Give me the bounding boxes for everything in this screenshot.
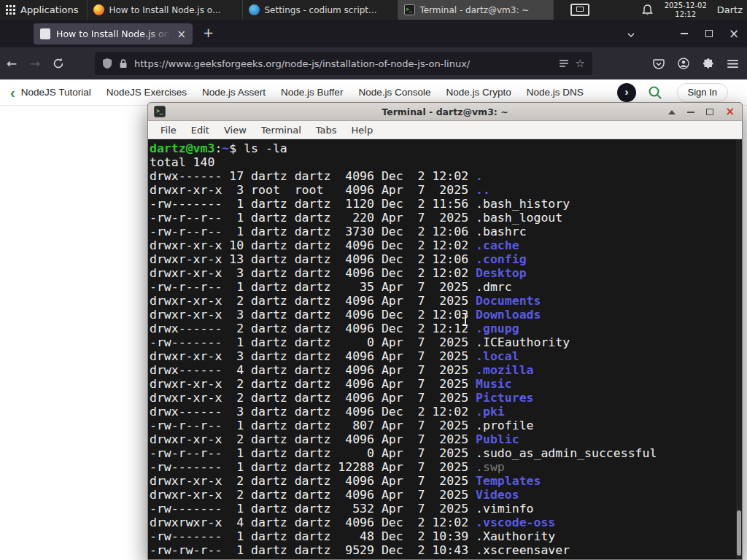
terminal-shade-button[interactable] bbox=[668, 110, 676, 114]
list-all-tabs-icon[interactable] bbox=[626, 29, 636, 43]
bookmark-star-icon[interactable]: ☆ bbox=[576, 57, 585, 70]
file-row: -rw------- 1 dartz dartz 532 Apr 7 2025 … bbox=[150, 502, 742, 516]
account-icon[interactable] bbox=[678, 58, 689, 69]
file-row: drwx------ 4 dartz dartz 4096 Apr 7 2025… bbox=[150, 363, 742, 377]
file-row: drwxr-xr-x 2 dartz dartz 4096 Apr 7 2025… bbox=[150, 474, 742, 488]
applications-grid-icon bbox=[6, 5, 15, 15]
terminal-output[interactable]: dartz@vm3:~$ ls -la total 140 drwx------… bbox=[148, 139, 742, 559]
clock-time: 12:12 bbox=[665, 10, 707, 19]
url-bar[interactable]: https://www.geeksforgeeks.org/node-js/in… bbox=[95, 52, 592, 75]
taskbar-button[interactable]: How to Install Node.js o... bbox=[88, 0, 243, 20]
site-nav-link[interactable]: Node.js Console bbox=[358, 87, 430, 98]
nav-scroll-right-button[interactable]: › bbox=[617, 83, 636, 102]
terminal-minimize-button[interactable] bbox=[687, 112, 694, 113]
lock-icon[interactable] bbox=[119, 58, 128, 69]
clock-date: 2025-12-02 bbox=[665, 1, 707, 10]
site-nav-link[interactable]: NodeJS Tutorial bbox=[21, 87, 91, 98]
nav-scroll-left-icon[interactable]: ‹ bbox=[10, 85, 15, 100]
forward-button[interactable]: → bbox=[23, 56, 47, 71]
file-meta: drwxrwxr-x 4 dartz dartz 4096 Dec 2 12:0… bbox=[150, 516, 476, 529]
taskbar-button[interactable]: Terminal - dartz@vm3: ~ bbox=[398, 0, 554, 20]
file-meta: drwxr-xr-x 3 dartz dartz 4096 Dec 2 12:0… bbox=[150, 266, 476, 280]
browser-tab[interactable]: How to Install Node.js on... × bbox=[34, 23, 193, 44]
terminal-menu-item[interactable]: Edit bbox=[184, 125, 217, 136]
terminal-prompt-line: dartz@vm3:~$ ls -la bbox=[150, 141, 742, 155]
terminal-close-button[interactable]: × bbox=[725, 106, 735, 117]
scrollbar-thumb[interactable] bbox=[737, 510, 741, 556]
new-tab-button[interactable]: + bbox=[203, 25, 214, 40]
tab-title: How to Install Node.js on... bbox=[56, 28, 171, 39]
file-name: .xscreensaver bbox=[476, 543, 570, 557]
file-name: .cache bbox=[476, 238, 519, 252]
file-name: .bashrc bbox=[476, 225, 527, 238]
terminal-maximize-button[interactable] bbox=[706, 109, 713, 115]
terminal-menu-item[interactable]: Help bbox=[344, 125, 381, 136]
file-meta: -rw-r--r-- 1 dartz dartz 220 Apr 7 2025 bbox=[150, 211, 476, 225]
file-meta: -rw------- 1 dartz dartz 0 Apr 7 2025 bbox=[150, 335, 476, 349]
window-maximize-button[interactable] bbox=[699, 20, 719, 47]
file-name: Pictures bbox=[476, 391, 533, 405]
site-nav-link[interactable]: Node.js DNS bbox=[527, 87, 584, 98]
command-text: $ ls -la bbox=[229, 141, 287, 155]
terminal-menu-item[interactable]: File bbox=[153, 125, 184, 136]
file-row: drwxr-xr-x 2 dartz dartz 4096 Apr 7 2025… bbox=[150, 391, 742, 405]
terminal-window: >_ Terminal - dartz@vm3: ~ × FileEditVie… bbox=[147, 102, 743, 560]
panel-clock[interactable]: 2025-12-02 12:12 bbox=[665, 1, 707, 19]
taskbar-button[interactable]: Settings - codium script... bbox=[243, 0, 398, 20]
menu-hamburger-icon[interactable] bbox=[727, 59, 738, 69]
notification-bell-icon[interactable] bbox=[642, 4, 653, 16]
file-meta: -rw-rw-r-- 1 dartz dartz 9529 Dec 2 10:4… bbox=[150, 543, 476, 557]
file-row: drwxr-xr-x 3 dartz dartz 4096 Dec 2 12:0… bbox=[150, 266, 742, 280]
url-text[interactable]: https://www.geeksforgeeks.org/node-js/in… bbox=[134, 58, 552, 69]
file-row: drwxr-xr-x 3 dartz dartz 4096 Dec 2 12:0… bbox=[150, 308, 742, 322]
site-nav-link[interactable]: NodeJS Exercises bbox=[107, 87, 187, 98]
taskbar-window-title: How to Install Node.js o... bbox=[109, 5, 220, 15]
file-name: .viminfo bbox=[476, 502, 533, 516]
file-row: drwxrwxr-x 4 dartz dartz 4096 Dec 2 12:0… bbox=[150, 516, 742, 529]
file-row: drwx------ 3 dartz dartz 4096 Dec 2 12:0… bbox=[150, 405, 742, 419]
applications-menu-button[interactable]: Applications bbox=[0, 0, 87, 20]
sign-in-button[interactable]: Sign In bbox=[677, 83, 728, 102]
desktop: Applications How to Install Node.js o...… bbox=[0, 0, 747, 560]
window-close-button[interactable]: × bbox=[724, 20, 744, 47]
file-name: Documents bbox=[476, 294, 541, 308]
toolbar-right-icons bbox=[653, 58, 738, 69]
workspace-pager-icon[interactable] bbox=[570, 4, 589, 16]
file-name: Videos bbox=[476, 488, 519, 502]
site-nav-link[interactable]: Node.js Buffer bbox=[281, 87, 343, 98]
file-meta: -rw------- 1 dartz dartz 1120 Dec 2 11:5… bbox=[150, 197, 476, 211]
taskbar-window-title: Terminal - dartz@vm3: ~ bbox=[419, 5, 529, 15]
terminal-scrollbar[interactable] bbox=[736, 139, 742, 559]
reload-button[interactable] bbox=[47, 58, 70, 69]
file-name: .dmrc bbox=[476, 280, 512, 294]
terminal-menu-item[interactable]: Tabs bbox=[309, 125, 344, 136]
user-menu[interactable]: Dartz bbox=[717, 4, 743, 15]
file-meta: -rw------- 1 dartz dartz 12288 Apr 7 202… bbox=[150, 460, 476, 474]
tracking-shield-icon[interactable] bbox=[102, 58, 112, 69]
pocket-icon[interactable] bbox=[653, 58, 665, 69]
file-row: -rw-r--r-- 1 dartz dartz 0 Apr 7 2025 .s… bbox=[150, 446, 742, 460]
window-minimize-button[interactable] bbox=[674, 20, 694, 47]
taskbar-window-title: Settings - codium script... bbox=[264, 5, 376, 15]
site-nav-link[interactable]: Node.js Assert bbox=[202, 87, 266, 98]
tab-bar: How to Install Node.js on... × + × bbox=[0, 20, 747, 47]
file-name: .gnupg bbox=[476, 322, 519, 335]
file-name: .ICEauthority bbox=[476, 335, 570, 349]
navigation-toolbar: ← → https://www.geeksforgeeks.org/node-j… bbox=[0, 47, 747, 79]
panel-right-area: 2025-12-02 12:12 Dartz bbox=[570, 0, 747, 20]
terminal-menu-item[interactable]: Terminal bbox=[254, 125, 309, 136]
back-button[interactable]: ← bbox=[0, 56, 23, 71]
site-nav-link[interactable]: Node.js Crypto bbox=[446, 87, 511, 98]
site-nav-links: NodeJS TutorialNodeJS ExercisesNode.js A… bbox=[21, 87, 599, 98]
file-name: .bash_logout bbox=[476, 211, 562, 225]
file-meta: -rw-r--r-- 1 dartz dartz 0 Apr 7 2025 bbox=[150, 446, 476, 460]
file-name: .swp bbox=[476, 460, 505, 474]
extensions-puzzle-icon[interactable] bbox=[703, 58, 714, 69]
file-meta: drwxr-xr-x 2 dartz dartz 4096 Apr 7 2025 bbox=[150, 391, 476, 405]
search-icon[interactable] bbox=[648, 85, 662, 103]
terminal-titlebar[interactable]: >_ Terminal - dartz@vm3: ~ × bbox=[148, 103, 742, 121]
terminal-menu-item[interactable]: View bbox=[217, 125, 254, 136]
reader-view-icon[interactable] bbox=[559, 58, 569, 69]
tab-close-icon[interactable]: × bbox=[177, 28, 186, 41]
file-meta: drwxr-xr-x 10 dartz dartz 4096 Dec 2 12:… bbox=[150, 238, 476, 252]
